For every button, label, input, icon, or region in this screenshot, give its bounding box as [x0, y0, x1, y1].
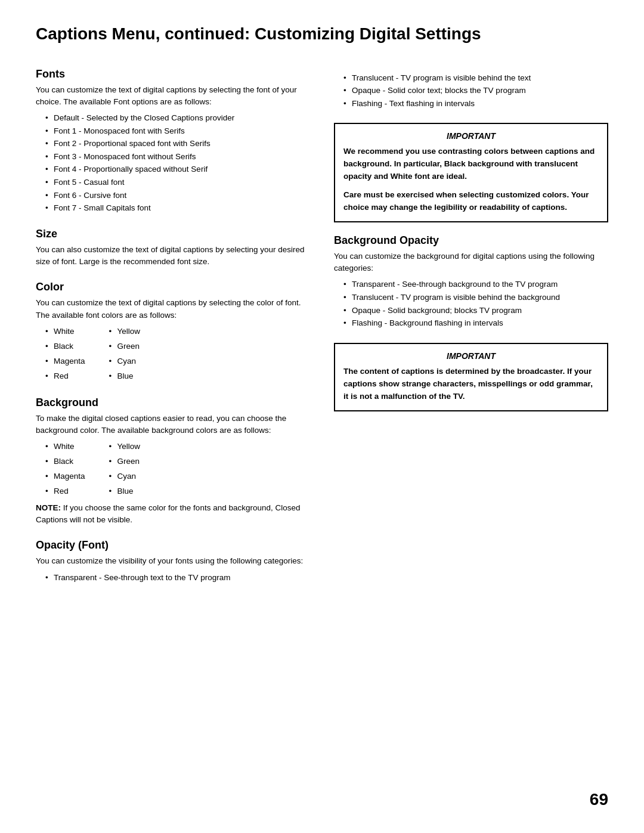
color-list: White Black Magenta Red Yellow Green Cya… — [45, 325, 310, 383]
section-opacity-font-cont: Translucent - TV program is visible behi… — [334, 72, 608, 110]
list-item: Yellow — [109, 440, 141, 454]
list-item: Transparent - See-through text to the TV… — [45, 571, 310, 584]
opacity-font-intro: You can customize the visibility of your… — [36, 555, 310, 567]
background-opacity-intro: You can customize the background for dig… — [334, 250, 608, 275]
opacity-font-cont-list: Translucent - TV program is visible behi… — [343, 72, 608, 110]
list-item: Translucent - TV program is visible behi… — [343, 291, 608, 304]
background-heading: Background — [36, 397, 310, 409]
list-item: Transparent - See-through background to … — [343, 278, 608, 291]
size-heading: Size — [36, 228, 310, 240]
background-opacity-list: Transparent - See-through background to … — [343, 278, 608, 329]
opacity-font-heading: Opacity (Font) — [36, 539, 310, 552]
section-fonts: Fonts You can customize the text of digi… — [36, 68, 310, 215]
list-item: Opaque - Solid background; blocks TV pro… — [343, 304, 608, 317]
page-number: 69 — [590, 790, 608, 809]
note-label: NOTE: — [36, 503, 61, 512]
color-heading: Color — [36, 281, 310, 293]
important-text-1b: Care must be exercised when selecting cu… — [343, 189, 599, 214]
important-title-1: IMPORTANT — [343, 131, 599, 141]
list-item: Yellow — [109, 325, 141, 339]
section-background: Background To make the digital closed ca… — [36, 397, 310, 527]
list-item: Font 4 - Proportionally spaced without S… — [45, 163, 310, 176]
list-item: Blue — [109, 370, 141, 383]
list-item: Font 1 - Monospaced font with Serifs — [45, 125, 310, 138]
section-color: Color You can customize the text of digi… — [36, 281, 310, 383]
list-item: Magenta — [45, 470, 85, 484]
color-intro: You can customize the text of digital ca… — [36, 297, 310, 321]
list-item: White — [45, 325, 85, 339]
list-item: Font 6 - Cursive font — [45, 189, 310, 202]
background-opacity-heading: Background Opacity — [334, 234, 608, 247]
size-intro: You can also customize the text of digit… — [36, 244, 310, 268]
fonts-heading: Fonts — [36, 68, 310, 80]
list-item: Blue — [109, 485, 141, 498]
list-item: Font 7 - Small Capitals font — [45, 202, 310, 215]
important-box-1: IMPORTANT We recommend you use contrasti… — [334, 123, 608, 222]
list-item: Font 3 - Monospaced font without Serifs — [45, 150, 310, 163]
list-item: Flashing - Text flashing in intervals — [343, 97, 608, 110]
background-intro: To make the digital closed captions easi… — [36, 413, 310, 437]
page-title: Captions Menu, continued: Customizing Di… — [36, 24, 608, 44]
background-list: White Black Magenta Red Yellow Green Cya… — [45, 440, 310, 498]
list-item: White — [45, 440, 85, 454]
list-item: Green — [109, 455, 141, 469]
list-item: Cyan — [109, 470, 141, 484]
list-item: Black — [45, 455, 85, 469]
background-note: NOTE: If you choose the same color for t… — [36, 502, 310, 527]
note-body: If you choose the same color for the fon… — [36, 503, 301, 524]
list-item: Default - Selected by the Closed Caption… — [45, 112, 310, 125]
list-item: Opaque - Solid color text; blocks the TV… — [343, 84, 608, 97]
section-opacity-font: Opacity (Font) You can customize the vis… — [36, 539, 310, 584]
section-size: Size You can also customize the text of … — [36, 228, 310, 268]
list-item: Magenta — [45, 355, 85, 368]
list-item: Red — [45, 485, 85, 498]
list-item: Translucent - TV program is visible behi… — [343, 72, 608, 85]
list-item: Font 5 - Casual font — [45, 176, 310, 189]
fonts-list: Default - Selected by the Closed Caption… — [45, 112, 310, 215]
list-item: Flashing - Background flashing in interv… — [343, 317, 608, 330]
important-box-2: IMPORTANT The content of captions is det… — [334, 343, 608, 411]
important-text-2: The content of captions is determined by… — [343, 366, 599, 403]
section-background-opacity: Background Opacity You can customize the… — [334, 234, 608, 330]
list-item: Red — [45, 370, 85, 383]
list-item: Cyan — [109, 355, 141, 368]
list-item: Font 2 - Proportional spaced font with S… — [45, 137, 310, 150]
opacity-font-list: Transparent - See-through text to the TV… — [45, 571, 310, 584]
important-title-2: IMPORTANT — [343, 351, 599, 361]
list-item: Black — [45, 340, 85, 354]
list-item: Green — [109, 340, 141, 354]
fonts-intro: You can customize the text of digital ca… — [36, 84, 310, 109]
important-text-1a: We recommend you use contrasting colors … — [343, 145, 599, 183]
